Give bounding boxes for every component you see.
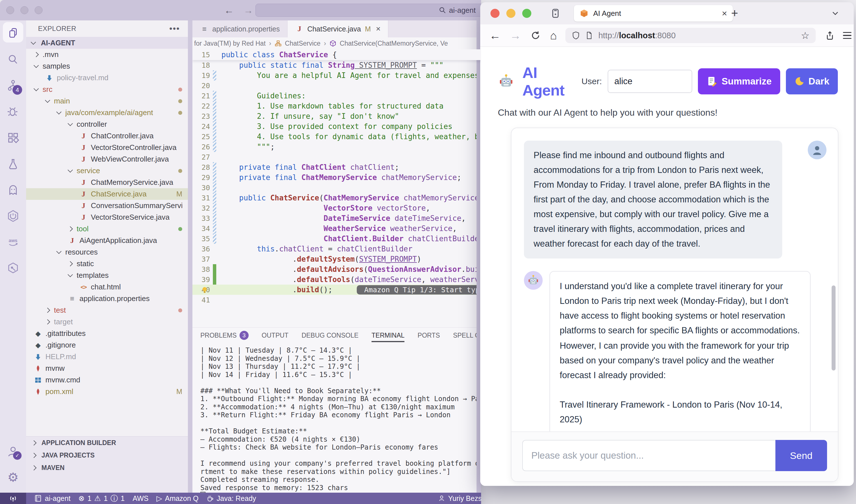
tree-item-chatservice-java[interactable]: JChatService.javaM [26,188,188,200]
status-problems[interactable]: ⊗1 ⚠1 ⓘ1 [78,493,125,503]
tree-item-controller[interactable]: controller [26,119,188,130]
aws-icon[interactable]: aws [0,229,26,255]
tree-item-resources[interactable]: resources [26,246,188,258]
minimize-traffic-light[interactable] [20,6,28,14]
tree-item-java-com-example-ai-agent[interactable]: java/com/example/ai/agent [26,107,188,119]
menu-icon[interactable] [843,32,852,39]
page-icon[interactable] [585,32,593,39]
code-line-34[interactable]: 34 WeatherService weatherService, [192,223,481,234]
home-icon[interactable]: ⌂ [550,29,557,42]
sidebar-section-application-builder[interactable]: APPLICATION BUILDER [26,436,188,449]
status-aws[interactable]: AWS [133,494,149,503]
code-line-21[interactable]: 21 Guidelines: [192,91,481,101]
tabs-dropdown-icon[interactable] [831,8,840,18]
question-input[interactable] [522,440,775,471]
code-line-28[interactable]: 28 private final ChatClient chatClient; [192,162,481,172]
code-line-29[interactable]: 29 private final ChatMemoryService chatM… [192,172,481,183]
code-line-23[interactable]: 23 2. If unsure, say "I don't know" [192,111,481,121]
tree-item-target[interactable]: target [26,316,188,328]
code-line-38[interactable]: 38 .defaultAdvisors(QuestionAnswerAdviso… [192,264,481,274]
code-line-33[interactable]: 33 DateTimeService dateTimeService, [192,213,481,223]
zoom-traffic-light[interactable] [35,6,42,14]
url-bar[interactable]: http://localhost:8080 ☆ [565,28,816,43]
dark-mode-button[interactable]: Dark [786,68,838,94]
tree-item-src[interactable]: src [26,84,188,95]
status-project[interactable]: ai-agent [34,494,70,503]
close-traffic-light[interactable] [491,9,499,18]
code-line-36[interactable]: 36 this.chatClient = chatClientBuilder [192,244,481,254]
tree-item-service[interactable]: service [26,165,188,177]
tab-container-icon[interactable] [550,8,561,19]
status-java[interactable]: Java: Ready [206,494,256,503]
close-traffic-light[interactable] [6,6,14,14]
code-line-26[interactable]: 26 """; [192,142,481,152]
tree-item-chatcontroller-java[interactable]: JChatController.java [26,130,188,142]
explorer-icon[interactable] [0,20,26,47]
forward-icon[interactable]: → [510,29,521,42]
code-line-37[interactable]: 37 .defaultSystem(SYSTEM_PROMPT) [192,254,481,264]
tree-item-application-properties[interactable]: ≡application.properties [26,293,188,304]
history-forward-icon[interactable]: → [243,5,253,16]
explorer-more-icon[interactable]: ••• [169,24,180,33]
panel-tab-terminal[interactable]: TERMINAL [372,328,405,343]
breadcrumb-item[interactable]: for Java(TM) by Red Hat [194,40,266,47]
tree-item-vectorstoreservice-java[interactable]: JVectorStoreService.java [26,212,188,223]
sonar-icon[interactable] [0,255,26,281]
zoom-traffic-light[interactable] [522,9,531,18]
user-field[interactable] [607,70,692,93]
lightbulb-icon[interactable] [200,286,209,294]
summarize-button[interactable]: Summarize [698,68,780,94]
sidebar-section-java-projects[interactable]: JAVA PROJECTS [26,449,188,462]
tab-close-icon[interactable]: × [376,24,380,33]
tree-item-static[interactable]: static [26,258,188,270]
code-line-27[interactable]: 27 [192,152,481,162]
history-back-icon[interactable]: ← [224,5,234,16]
sidebar-scrollbar[interactable] [188,20,192,493]
code-line-24[interactable]: 24 3. Use provided context for company p… [192,121,481,131]
panel-tab-ports[interactable]: PORTS [417,328,440,343]
code-line-25[interactable]: 25 4. Use tools for dynamic data (flight… [192,131,481,142]
panel-tab-problems[interactable]: PROBLEMS3 [200,328,249,343]
breadcrumb[interactable]: for Java(TM) by Red Hat › ChatService › … [192,37,481,49]
tree-item-policy-travel-md[interactable]: policy-travel.md [26,72,188,84]
tree-item-webviewcontroller-java[interactable]: JWebViewController.java [26,154,188,165]
code-line-40[interactable]: 40 .build();Amazon Q Tip 1/3: Start typi… [192,285,481,295]
code-line-31[interactable]: 31 public ChatService(ChatMemoryService … [192,193,481,203]
breadcrumb-item[interactable]: ChatService(ChatMemoryService, Ve [340,40,448,47]
editor-tab-chatservice-java[interactable]: JChatService.javaM× [288,20,388,37]
tree-item--gitignore[interactable]: ◆.gitignore [26,339,188,351]
tree-item-tool[interactable]: tool [26,223,188,235]
shield-icon[interactable] [571,31,580,40]
search-icon[interactable] [0,47,26,73]
bookmark-star-icon[interactable]: ☆ [801,30,809,41]
tab-close-icon[interactable]: × [722,8,727,19]
url-text[interactable]: http://localhost:8080 [598,31,675,40]
code-line-18[interactable]: 18 public static final String SYSTEM_PRO… [192,60,481,70]
code-line-39[interactable]: 39 .defaultTools(dateTimeService, weathe… [192,274,481,285]
tree-item--mvn[interactable]: .mvn [26,49,188,60]
tree-item-mvnw[interactable]: mvnw [26,363,188,374]
tree-item--gitattributes[interactable]: ◆.gitattributes [26,328,188,339]
editor-tab-application-properties[interactable]: ≡application.properties [192,20,288,37]
extensions-icon[interactable] [0,125,26,151]
panel-tab-output[interactable]: OUTPUT [262,328,289,343]
chat-scrollbar-thumb[interactable] [832,285,836,371]
command-search-box[interactable]: ai-agent [255,4,481,17]
back-icon[interactable]: ← [489,29,501,42]
share-icon[interactable] [825,30,835,40]
tree-item-mvnw-cmd[interactable]: mvnw.cmd [26,374,188,386]
project-root-row[interactable]: AI-AGENT [26,37,188,49]
tree-item-templates[interactable]: templates [26,270,188,281]
tree-item-conversationsummaryservice-java[interactable]: JConversationSummaryService.java [26,200,188,212]
source-control-icon[interactable]: 4 [0,73,26,98]
spring-icon[interactable] [0,203,26,229]
code-line-35[interactable]: 35 ChatClient.Builder chatClientBuilder)… [192,234,481,244]
tree-item-aiagentapplication-java[interactable]: JAiAgentApplication.java [26,235,188,246]
code-editor[interactable]: 15public class ChatService { 18 public s… [192,49,481,327]
gear-icon[interactable]: ⚙ [0,464,26,490]
send-button[interactable]: Send [775,440,827,471]
sidebar-section-maven[interactable]: MAVEN [26,462,188,474]
testing-icon[interactable] [0,151,26,177]
tree-item-test[interactable]: test [26,304,188,316]
tree-item-chatmemoryservice-java[interactable]: JChatMemoryService.java [26,177,188,188]
